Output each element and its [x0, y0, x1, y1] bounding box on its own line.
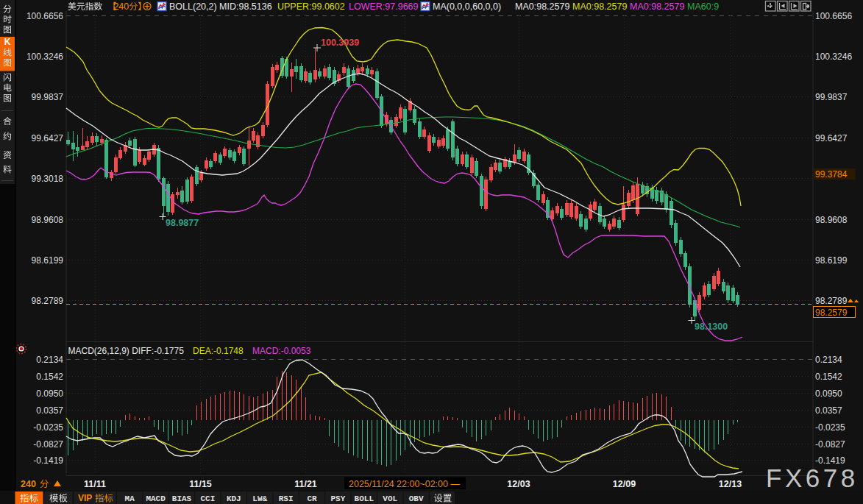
svg-text:RSI: RSI — [279, 494, 294, 503]
svg-text:98.2789: 98.2789 — [32, 296, 64, 306]
svg-text:-0.0827: -0.0827 — [815, 439, 845, 450]
svg-text:240: 240 — [21, 479, 36, 489]
svg-text:98.1300: 98.1300 — [695, 322, 728, 332]
svg-text:MA0:98.2579: MA0:98.2579 — [515, 1, 569, 12]
svg-text:100.6656: 100.6656 — [815, 11, 852, 21]
svg-text:99.9837: 99.9837 — [32, 92, 64, 102]
svg-text:98.2789: 98.2789 — [815, 296, 848, 306]
svg-text:99.3784: 99.3784 — [815, 169, 848, 180]
svg-text:98.9877: 98.9877 — [166, 218, 199, 228]
svg-text:FX678: FX678 — [766, 464, 859, 492]
svg-text:-0.1419: -0.1419 — [33, 455, 63, 466]
svg-text:-0.0827: -0.0827 — [33, 439, 63, 450]
svg-text:11/15: 11/15 — [189, 479, 212, 489]
svg-text:12/09: 12/09 — [613, 479, 636, 489]
svg-text:OBV: OBV — [409, 494, 424, 503]
svg-text:DEA:-0.1748: DEA:-0.1748 — [193, 346, 244, 356]
svg-text:PSY: PSY — [330, 494, 345, 503]
svg-text:240: 240 — [113, 1, 129, 12]
svg-text:99.6427: 99.6427 — [32, 133, 64, 143]
svg-text:LOWER:97.9669: LOWER:97.9669 — [349, 1, 419, 12]
svg-text:K: K — [4, 37, 11, 47]
svg-text:100.3246: 100.3246 — [26, 52, 63, 62]
svg-text:98.6199: 98.6199 — [32, 255, 64, 266]
svg-text:98.9608: 98.9608 — [815, 215, 848, 225]
svg-text:MA0:98.2579: MA0:98.2579 — [572, 1, 627, 12]
svg-text:MACD(26,12,9) DIFF:-0.1775: MACD(26,12,9) DIFF:-0.1775 — [68, 346, 185, 356]
svg-text:LW&: LW& — [252, 494, 267, 503]
svg-text:UPPER:99.0602: UPPER:99.0602 — [277, 1, 345, 12]
svg-text:MACD:-0.0053: MACD:-0.0053 — [252, 346, 311, 356]
svg-text:VOL: VOL — [383, 494, 397, 503]
svg-text:MA60:9: MA60:9 — [687, 1, 719, 12]
svg-text:0.0950: 0.0950 — [36, 388, 63, 399]
svg-text:98.6199: 98.6199 — [815, 255, 848, 266]
svg-text:MACD: MACD — [146, 494, 166, 503]
svg-text:KDJ: KDJ — [227, 494, 241, 503]
svg-text:0.1542: 0.1542 — [36, 372, 63, 382]
svg-text:0.2134: 0.2134 — [815, 355, 842, 365]
svg-text:99.3018: 99.3018 — [32, 174, 64, 184]
svg-text:0.2134: 0.2134 — [36, 355, 63, 365]
svg-text:11/21: 11/21 — [294, 479, 317, 489]
svg-text:-0.0235: -0.0235 — [815, 422, 845, 433]
svg-text:11/11: 11/11 — [84, 479, 106, 489]
svg-text:BOLL: BOLL — [355, 494, 374, 503]
svg-text:MA0:98.2579: MA0:98.2579 — [630, 1, 684, 12]
svg-text:98.9608: 98.9608 — [32, 215, 64, 225]
svg-text:99.9837: 99.9837 — [815, 92, 848, 102]
svg-text:MA: MA — [125, 494, 135, 503]
svg-text:0.0357: 0.0357 — [36, 405, 63, 416]
svg-text:12/13: 12/13 — [719, 479, 742, 489]
svg-text:MA(0,0,0,60,0,0): MA(0,0,0,60,0,0) — [433, 1, 501, 12]
svg-text:BIAS: BIAS — [172, 494, 192, 503]
svg-text:12/03: 12/03 — [507, 479, 530, 489]
svg-text:100.3246: 100.3246 — [815, 52, 852, 62]
svg-text:100.3939: 100.3939 — [321, 38, 359, 48]
svg-text:VIP: VIP — [78, 493, 92, 503]
svg-text:0.0950: 0.0950 — [815, 388, 842, 399]
svg-text:98.2579: 98.2579 — [815, 308, 848, 318]
svg-text:100.6656: 100.6656 — [26, 11, 63, 21]
svg-text:2025/11/24 22:00~02:00 —: 2025/11/24 22:00~02:00 — — [349, 479, 460, 489]
svg-text:CCI: CCI — [200, 494, 215, 503]
svg-text:99.6427: 99.6427 — [815, 133, 848, 143]
svg-text:BOLL(20,2) MID:98.5136: BOLL(20,2) MID:98.5136 — [169, 1, 272, 12]
svg-text:CR: CR — [307, 494, 317, 503]
svg-text:0.1542: 0.1542 — [815, 372, 842, 382]
svg-text:-0.0235: -0.0235 — [33, 422, 63, 433]
svg-text:0.0357: 0.0357 — [815, 405, 842, 416]
